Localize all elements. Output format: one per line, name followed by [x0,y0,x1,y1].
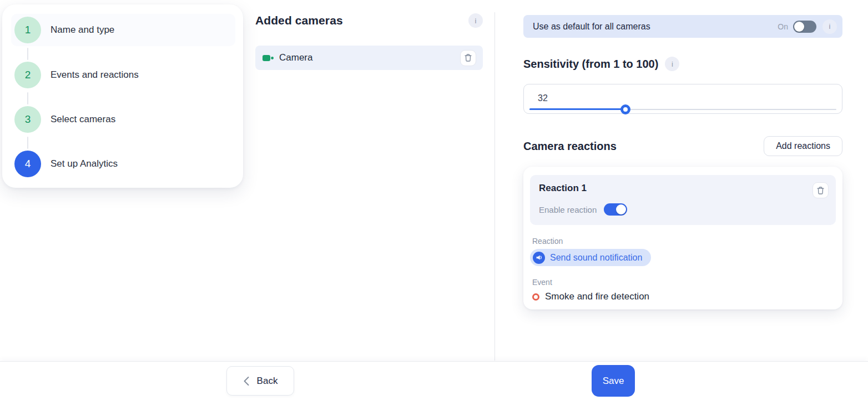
step-label: Select cameras [51,114,115,125]
step-number-badge: 3 [14,106,41,133]
reaction-card-header: Reaction 1 Enable reaction [530,175,836,225]
default-for-all-toggle[interactable] [793,21,816,33]
event-row: Smoke and fire detection [530,291,836,302]
step-label: Set up Analytics [51,158,118,169]
reaction-chip[interactable]: Send sound notification [530,249,651,266]
analytics-settings-panel: Use as default for all cameras On i Sens… [523,15,842,309]
enable-reaction-label: Enable reaction [539,205,597,214]
back-button[interactable]: Back [226,366,294,396]
add-reactions-button[interactable]: Add reactions [764,136,842,156]
reaction-card: Reaction 1 Enable reaction Reaction Send… [523,167,842,309]
sensitivity-value: 32 [538,93,548,103]
camera-name: Camera [279,52,460,63]
step-connector [27,137,28,149]
stepper-step-set-up-analytics[interactable]: 4 Set up Analytics [11,148,235,180]
step-label: Events and reactions [51,69,139,81]
step-number-badge: 2 [14,62,41,88]
analytics-setup-screen: 1 Name and type 2 Events and reactions 3… [0,0,868,400]
save-button[interactable]: Save [592,365,635,397]
slider-knob[interactable] [620,104,630,114]
info-icon[interactable]: i [822,19,837,34]
sensitivity-slider[interactable] [529,104,836,114]
sound-icon [533,252,545,264]
sensitivity-title: Sensitivity (from 1 to 100) [523,58,658,71]
info-icon[interactable]: i [665,57,679,71]
reaction-field-label: Reaction [530,237,836,246]
step-connector [27,92,28,104]
camera-reactions-title: Camera reactions [523,140,617,153]
added-cameras-panel: Added cameras i Camera [255,13,483,70]
event-value: Smoke and fire detection [545,291,649,302]
camera-icon [262,54,274,62]
trash-icon [816,186,825,195]
reaction-title: Reaction 1 [539,183,829,194]
chevron-left-icon [243,376,250,386]
sensitivity-input[interactable]: 32 [523,84,842,114]
wizard-footer: Back Save [0,361,868,400]
added-cameras-title: Added cameras [255,14,343,27]
toggle-state-label: On [778,22,788,31]
default-banner-label: Use as default for all cameras [533,22,778,32]
default-for-all-cameras-banner: Use as default for all cameras On i [523,15,842,38]
back-button-label: Back [257,376,278,387]
smoke-fire-event-icon [532,293,539,301]
event-field-label: Event [530,278,836,287]
step-number-badge: 4 [14,151,41,177]
delete-reaction-button[interactable] [813,182,829,198]
info-icon[interactable]: i [468,13,483,28]
step-number-badge: 1 [14,17,41,43]
trash-icon [464,53,472,62]
stepper-step-select-cameras[interactable]: 3 Select cameras [11,103,235,136]
stepper-step-name-and-type[interactable]: 1 Name and type [11,14,235,46]
enable-reaction-toggle[interactable] [604,203,627,216]
toggle-knob [616,204,626,214]
camera-list-item[interactable]: Camera [255,46,483,70]
setup-stepper: 1 Name and type 2 Events and reactions 3… [2,4,243,188]
slider-fill [529,108,625,110]
column-divider [494,12,495,361]
delete-camera-button[interactable] [460,50,476,66]
reaction-chip-label: Send sound notification [550,253,642,263]
stepper-step-events-and-reactions[interactable]: 2 Events and reactions [11,59,235,91]
toggle-knob [794,22,804,32]
step-connector [27,48,28,60]
step-label: Name and type [51,24,114,36]
